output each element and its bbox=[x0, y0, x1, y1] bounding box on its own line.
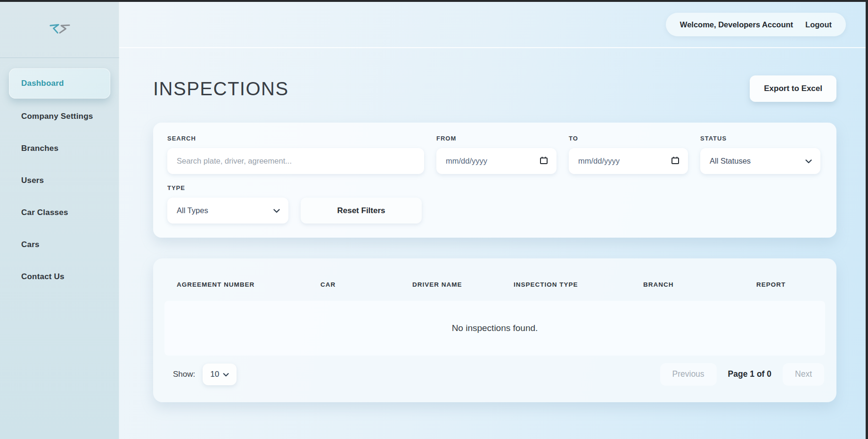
filters-panel: SEARCH FROM mm/dd/yyyy bbox=[153, 123, 836, 238]
empty-state-row: No inspections found. bbox=[164, 301, 825, 356]
browser-chrome-top bbox=[0, 0, 868, 2]
app-root: Dashboard Company Settings Branches User… bbox=[0, 0, 868, 439]
next-page-button[interactable]: Next bbox=[783, 363, 824, 386]
type-selected-value: All Types bbox=[177, 206, 208, 215]
sidebar-item-label: Car Classes bbox=[21, 208, 68, 217]
from-date-placeholder: mm/dd/yyyy bbox=[446, 157, 487, 166]
column-header-branch: BRANCH bbox=[643, 281, 756, 288]
type-select[interactable]: All Types bbox=[167, 198, 288, 224]
sidebar-item-users[interactable]: Users bbox=[0, 165, 119, 197]
previous-page-button[interactable]: Previous bbox=[660, 363, 717, 386]
sidebar-item-dashboard[interactable]: Dashboard bbox=[9, 68, 110, 99]
sidebar-item-label: Users bbox=[21, 176, 44, 185]
page-size-select[interactable]: 10 bbox=[203, 364, 237, 385]
reset-filters-button[interactable]: Reset Filters bbox=[301, 198, 422, 224]
column-header-driver-name: DRIVER NAME bbox=[412, 281, 514, 288]
sidebar-item-car-classes[interactable]: Car Classes bbox=[0, 197, 119, 229]
account-pill: Welcome, Developers Account Logout bbox=[666, 13, 846, 36]
page-content: INSPECTIONS Export to Excel SEARCH FROM … bbox=[119, 48, 868, 402]
to-date-input[interactable]: mm/dd/yyyy bbox=[569, 148, 688, 174]
table-header-row: AGREEMENT NUMBER CAR DRIVER NAME INSPECT… bbox=[164, 268, 825, 301]
from-label: FROM bbox=[436, 135, 557, 142]
column-header-agreement-number: AGREEMENT NUMBER bbox=[177, 281, 320, 288]
filters-row-1: SEARCH FROM mm/dd/yyyy bbox=[167, 135, 822, 174]
sidebar-item-label: Contact Us bbox=[21, 272, 65, 282]
rs-logo-icon[interactable] bbox=[49, 23, 71, 37]
export-to-excel-button[interactable]: Export to Excel bbox=[750, 75, 836, 102]
filters-row-2: TYPE All Types Reset Filters bbox=[167, 184, 822, 224]
chevron-down-icon bbox=[273, 207, 280, 215]
sidebar-item-contact-us[interactable]: Contact Us bbox=[0, 261, 119, 293]
page-title: INSPECTIONS bbox=[153, 78, 289, 99]
top-header-bar: Welcome, Developers Account Logout bbox=[119, 2, 868, 48]
from-date-group: FROM mm/dd/yyyy bbox=[436, 135, 557, 174]
main-area: Welcome, Developers Account Logout INSPE… bbox=[119, 2, 868, 439]
sidebar-logo-area bbox=[0, 2, 119, 58]
empty-state-message: No inspections found. bbox=[452, 323, 538, 333]
welcome-message: Welcome, Developers Account bbox=[680, 20, 793, 29]
type-field-group: TYPE All Types bbox=[167, 184, 288, 224]
search-label: SEARCH bbox=[167, 135, 424, 142]
page-info: Page 1 of 0 bbox=[727, 369, 772, 379]
sidebar-item-label: Branches bbox=[21, 144, 58, 153]
to-date-group: TO mm/dd/yyyy bbox=[569, 135, 688, 174]
sidebar-item-branches[interactable]: Branches bbox=[0, 133, 119, 165]
type-label: TYPE bbox=[167, 184, 288, 191]
sidebar-item-cars[interactable]: Cars bbox=[0, 229, 119, 261]
pagination-controls: Previous Page 1 of 0 Next bbox=[660, 363, 824, 386]
calendar-icon[interactable] bbox=[540, 156, 548, 166]
column-header-car: CAR bbox=[320, 281, 412, 288]
sidebar-nav: Dashboard Company Settings Branches User… bbox=[0, 58, 119, 293]
table-footer: Show: 10 Previous Page 1 of 0 bbox=[164, 356, 825, 393]
search-field-group: SEARCH bbox=[167, 135, 424, 174]
inspections-table-card: AGREEMENT NUMBER CAR DRIVER NAME INSPECT… bbox=[153, 258, 836, 402]
status-field-group: STATUS All Statuses bbox=[700, 135, 820, 174]
from-date-input[interactable]: mm/dd/yyyy bbox=[436, 148, 557, 174]
sidebar: Dashboard Company Settings Branches User… bbox=[0, 2, 119, 439]
status-selected-value: All Statuses bbox=[710, 157, 751, 166]
sidebar-item-label: Dashboard bbox=[21, 79, 64, 88]
title-row: INSPECTIONS Export to Excel bbox=[153, 75, 836, 102]
logout-button[interactable]: Logout bbox=[805, 20, 832, 29]
status-label: STATUS bbox=[700, 135, 820, 142]
to-date-placeholder: mm/dd/yyyy bbox=[578, 157, 620, 166]
chevron-down-icon bbox=[805, 157, 812, 166]
page-size-value: 10 bbox=[210, 370, 219, 379]
calendar-icon[interactable] bbox=[671, 156, 680, 166]
search-input[interactable] bbox=[167, 148, 424, 174]
browser-chrome-right-edge bbox=[866, 0, 868, 439]
sidebar-item-label: Cars bbox=[21, 240, 40, 249]
page-size-group: Show: 10 bbox=[173, 364, 237, 385]
chevron-down-icon bbox=[223, 370, 229, 379]
show-label: Show: bbox=[173, 370, 195, 379]
sidebar-item-label: Company Settings bbox=[21, 112, 93, 121]
sidebar-item-company-settings[interactable]: Company Settings bbox=[0, 100, 119, 133]
status-select[interactable]: All Statuses bbox=[700, 148, 820, 174]
column-header-report: REPORT bbox=[756, 281, 825, 288]
to-label: TO bbox=[569, 135, 688, 142]
column-header-inspection-type: INSPECTION TYPE bbox=[514, 281, 643, 288]
